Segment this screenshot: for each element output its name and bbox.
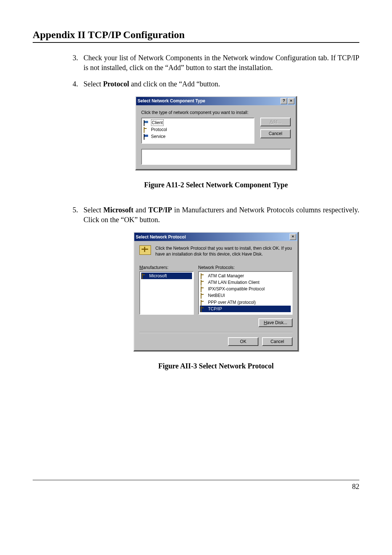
list-item-label: Protocol xyxy=(151,127,167,132)
have-disk-button[interactable]: Have Disk... xyxy=(258,318,293,327)
protocol-icon xyxy=(201,306,207,311)
dialog-instruction: Click the type of network component you … xyxy=(141,110,291,115)
list-item-label: ATM Call Manager xyxy=(208,273,244,279)
dialog-title: Select Network Component Type xyxy=(138,98,205,104)
list-item-label: TCP/IP xyxy=(208,306,222,312)
manufacturers-label: anufacturers: xyxy=(143,265,168,270)
close-icon[interactable]: × xyxy=(288,98,294,104)
list-item-tcpip[interactable]: TCP/IP xyxy=(200,306,291,312)
protocol-icon xyxy=(144,127,150,132)
step-number: 3. xyxy=(73,53,83,73)
help-icon[interactable]: ? xyxy=(281,98,287,104)
step-5: 5. Select Microsoft and TCP/IP in Manufa… xyxy=(73,205,359,225)
titlebar: Select Network Protocol × xyxy=(134,233,298,241)
step-text-bold: Protocol xyxy=(103,80,129,88)
step-text-bold: TCP/IP xyxy=(148,206,172,214)
page-number: 82 xyxy=(352,482,359,490)
list-item-label: Service xyxy=(151,134,166,139)
cancel-button[interactable]: Cancel xyxy=(262,337,293,346)
step-number: 4. xyxy=(73,79,83,89)
step-text-part: and xyxy=(134,206,148,214)
close-icon[interactable]: × xyxy=(290,234,296,240)
component-type-list[interactable]: Client Protocol Service xyxy=(141,118,254,144)
list-item-label: ATM LAN Emulation Client xyxy=(208,279,260,285)
list-item-service[interactable]: Service xyxy=(143,133,253,140)
dialog-select-component-type: Select Network Component Type ? × Click … xyxy=(135,96,297,170)
step-text-part: and click on the “Add “button. xyxy=(129,80,220,88)
protocol-icon xyxy=(142,273,148,278)
service-icon xyxy=(144,134,150,139)
list-item[interactable]: IPX/SPX-compatible Protocol xyxy=(200,286,291,292)
protocols-label: Network Protocols: xyxy=(198,265,235,270)
add-label: dd... xyxy=(273,119,281,125)
page-footer: 82 xyxy=(33,480,359,491)
step-text-part: Select xyxy=(83,206,103,214)
list-item-client[interactable]: Client xyxy=(143,119,253,126)
list-item[interactable]: NetBEUI xyxy=(200,292,291,299)
list-item-microsoft[interactable]: Microsoft xyxy=(141,273,192,279)
step-text: Check your list of Network Components in… xyxy=(83,53,359,73)
protocol-icon xyxy=(201,286,207,291)
step-4: 4. Select Protocol and click on the “Add… xyxy=(73,79,359,89)
figure-caption-1: Figure A11-2 Select Network Component Ty… xyxy=(73,180,359,190)
list-item[interactable]: ATM LAN Emulation Client xyxy=(200,279,291,286)
step-text-bold: Microsoft xyxy=(103,206,134,214)
list-item-label: IPX/SPX-compatible Protocol xyxy=(208,286,265,292)
add-button[interactable]: Add... xyxy=(260,118,291,126)
page-header: Appendix II TCP/IP Configuration xyxy=(33,29,359,43)
step-3: 3. Check your list of Network Components… xyxy=(73,53,359,73)
figure-caption-2: Figure AII-3 Select Network Protocol xyxy=(73,361,359,371)
list-item-label: PPP over ATM (protocol) xyxy=(208,299,256,305)
list-item-label: Client xyxy=(151,119,164,126)
protocol-icon xyxy=(201,293,207,298)
ok-button[interactable]: OK xyxy=(228,337,258,346)
list-item-label: NetBEUI xyxy=(208,293,225,298)
client-icon xyxy=(144,120,150,125)
list-item[interactable]: PPP over ATM (protocol) xyxy=(200,299,291,306)
step-text-part: Select xyxy=(83,80,103,88)
manufacturers-list[interactable]: Microsoft xyxy=(139,271,194,315)
protocol-icon xyxy=(201,273,207,278)
description-box xyxy=(141,149,291,165)
dialog-instruction: Click the Network Protocol that you want… xyxy=(155,245,293,257)
step-text: Select Microsoft and TCP/IP in Manufactu… xyxy=(83,205,359,225)
list-item-protocol[interactable]: Protocol xyxy=(143,126,253,133)
step-number: 5. xyxy=(73,205,83,225)
cancel-button[interactable]: Cancel xyxy=(260,129,291,138)
protocol-large-icon xyxy=(139,245,151,255)
protocol-icon xyxy=(201,300,207,305)
dialog-title: Select Network Protocol xyxy=(136,234,186,240)
dialog-select-network-protocol: Select Network Protocol × Click the Netw… xyxy=(134,232,298,351)
list-item[interactable]: ATM Call Manager xyxy=(200,273,291,279)
titlebar: Select Network Component Type ? × xyxy=(136,97,296,105)
protocol-icon xyxy=(201,280,207,285)
list-item-label: Microsoft xyxy=(149,273,167,279)
main-content: 3. Check your list of Network Components… xyxy=(73,53,359,371)
protocols-list[interactable]: ATM Call Manager ATM LAN Emulation Clien… xyxy=(198,271,293,315)
step-text: Select Protocol and click on the “Add “b… xyxy=(83,79,359,89)
